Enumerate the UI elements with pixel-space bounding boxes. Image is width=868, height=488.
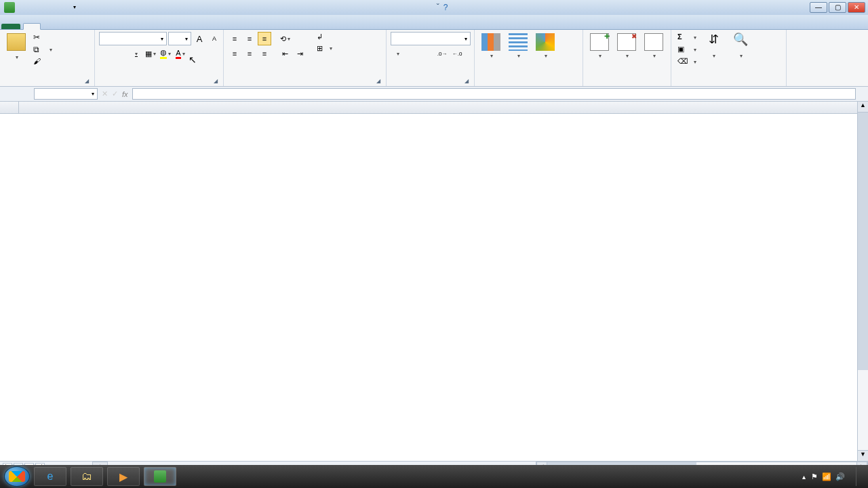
autosum-button[interactable]: [675, 32, 698, 43]
show-hidden-icon[interactable]: ▴: [802, 473, 806, 481]
minimize-ribbon-icon[interactable]: ˇ: [437, 3, 439, 12]
tab-data[interactable]: [90, 24, 106, 29]
clipboard-dialog-icon[interactable]: ◢: [85, 78, 89, 84]
sort-filter-button[interactable]: ⇵: [701, 32, 726, 61]
cell-styles-button[interactable]: [533, 32, 557, 61]
alignment-dialog-icon[interactable]: ◢: [376, 78, 380, 84]
wrap-text-button[interactable]: ↲: [315, 32, 334, 42]
minimize-button[interactable]: —: [810, 2, 827, 13]
font-color-button[interactable]: A: [174, 47, 187, 60]
formula-input[interactable]: [132, 88, 856, 100]
format-icon: [644, 33, 663, 51]
conditional-icon: [481, 33, 500, 51]
scroll-up-icon[interactable]: ▲: [858, 102, 868, 113]
group-clipboard: ◢: [0, 30, 95, 86]
undo-icon[interactable]: [37, 2, 47, 13]
increase-indent-button[interactable]: ⇥: [293, 47, 307, 60]
show-desktop-button[interactable]: [856, 467, 861, 486]
decrease-decimal-button[interactable]: ←.0: [450, 47, 464, 60]
grid[interactable]: [0, 114, 857, 461]
taskbar-excel-icon[interactable]: [144, 467, 176, 486]
copy-button[interactable]: [31, 44, 54, 55]
tab-page-layout[interactable]: [57, 24, 73, 29]
tab-insert[interactable]: [41, 24, 57, 29]
align-top-button[interactable]: ≡: [228, 32, 241, 45]
clear-icon: [677, 57, 687, 66]
fill-color-button[interactable]: ◍: [159, 47, 172, 60]
maximize-button[interactable]: ▢: [829, 2, 846, 13]
grow-font-button[interactable]: A: [193, 32, 206, 45]
redo-icon[interactable]: [53, 2, 64, 13]
taskbar: e 🗂 ▶ ▴ ⚑ 📶 🔊: [0, 465, 868, 488]
scroll-down-icon[interactable]: ▼: [858, 450, 868, 461]
help-icon[interactable]: ?: [443, 3, 448, 12]
underline-button[interactable]: [129, 47, 142, 60]
conditional-formatting-button[interactable]: [479, 32, 503, 61]
align-center-button[interactable]: ≡: [243, 47, 256, 60]
enter-icon[interactable]: ✓: [112, 89, 118, 98]
decrease-indent-button[interactable]: ⇤: [278, 47, 292, 60]
start-button[interactable]: [4, 466, 30, 487]
column-headers: [0, 102, 868, 114]
tab-home[interactable]: [23, 23, 41, 30]
format-as-table-button[interactable]: [506, 32, 530, 61]
save-icon[interactable]: [20, 2, 31, 13]
select-all-corner[interactable]: [0, 102, 19, 113]
name-box[interactable]: ▾: [34, 88, 98, 100]
percent-button[interactable]: [406, 47, 419, 60]
bold-button[interactable]: [99, 47, 113, 60]
number-dialog-icon[interactable]: ◢: [465, 78, 469, 84]
vscroll-thumb[interactable]: [858, 113, 868, 370]
number-format-combo[interactable]: ▾: [391, 32, 471, 45]
flag-icon[interactable]: ⚑: [811, 472, 818, 481]
fx-icon[interactable]: fx: [122, 90, 128, 98]
align-left-button[interactable]: ≡: [228, 47, 241, 60]
taskbar-ie-icon[interactable]: e: [34, 467, 66, 486]
font-name-combo[interactable]: ▾: [99, 32, 167, 45]
fx-buttons: ✕ ✓ fx: [98, 87, 132, 101]
shrink-font-button[interactable]: A: [208, 32, 221, 45]
titlebar: ▾ ˇ ? — ▢ ✕: [0, 0, 868, 15]
taskbar-explorer-icon[interactable]: 🗂: [71, 467, 103, 486]
taskbar-media-icon[interactable]: ▶: [107, 467, 140, 486]
network-icon[interactable]: 📶: [822, 472, 831, 481]
align-right-button[interactable]: ≡: [258, 47, 271, 60]
formula-bar: ▾ ✕ ✓ fx: [0, 87, 868, 102]
comma-button[interactable]: [420, 47, 434, 60]
tab-file[interactable]: [1, 24, 20, 29]
group-editing: ⇵ 🔍: [671, 30, 787, 86]
volume-icon[interactable]: 🔊: [835, 472, 845, 481]
tab-formulas[interactable]: [73, 24, 90, 29]
qat-customize-icon[interactable]: ▾: [69, 2, 80, 13]
increase-decimal-button[interactable]: .0→: [435, 47, 449, 60]
currency-button[interactable]: [391, 47, 404, 60]
insert-cells-button[interactable]: ✚: [587, 32, 612, 61]
font-dialog-icon[interactable]: ◢: [214, 78, 218, 84]
clear-button[interactable]: [675, 56, 698, 67]
paste-button[interactable]: [4, 32, 28, 62]
tab-view[interactable]: [122, 24, 138, 29]
align-bottom-button[interactable]: ≡: [258, 32, 271, 45]
group-font: ▾ ▾ A A ▦ ◍ A ◢: [95, 30, 224, 86]
italic-button[interactable]: [114, 47, 127, 60]
cancel-icon[interactable]: ✕: [102, 89, 108, 98]
copy-icon: [33, 45, 43, 54]
merge-center-button[interactable]: ⊞: [315, 43, 334, 54]
cut-button[interactable]: [31, 32, 54, 43]
group-alignment: ≡ ≡ ≡ ⟲ ≡ ≡ ≡ ⇤ ⇥ ↲ ⊞ ◢: [224, 30, 387, 86]
tab-review[interactable]: [106, 24, 122, 29]
sigma-icon: [677, 33, 687, 42]
format-cells-button[interactable]: [642, 32, 666, 61]
font-size-combo[interactable]: ▾: [168, 32, 191, 45]
vertical-scrollbar[interactable]: ▲ ▼: [857, 102, 868, 461]
group-styles: [475, 30, 583, 86]
delete-cells-button[interactable]: ✖: [614, 32, 639, 61]
format-painter-button[interactable]: [31, 56, 54, 67]
border-button[interactable]: ▦: [144, 47, 157, 60]
fill-button[interactable]: [675, 44, 698, 55]
align-middle-button[interactable]: ≡: [243, 32, 256, 45]
close-app-button[interactable]: ✕: [848, 2, 865, 13]
find-select-button[interactable]: 🔍: [728, 32, 753, 61]
paste-icon: [7, 33, 26, 51]
orientation-button[interactable]: ⟲: [278, 32, 292, 45]
